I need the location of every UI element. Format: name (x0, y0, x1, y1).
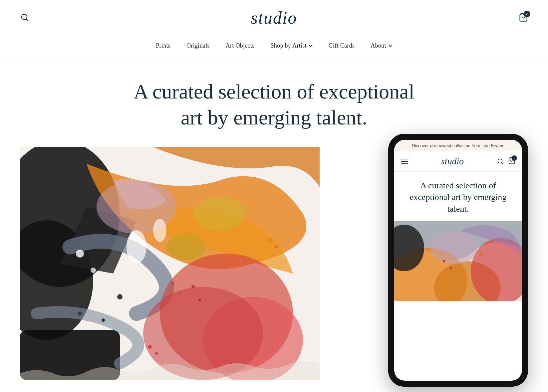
hero-art-image (20, 147, 320, 380)
svg-point-18 (191, 285, 195, 289)
svg-point-28 (78, 311, 82, 315)
svg-line-1 (26, 19, 28, 21)
phone-logo[interactable]: studio (441, 156, 464, 167)
phone-frame: Discover our newest collection from Leia… (388, 134, 528, 387)
nav-item-art-objects[interactable]: Art Objects (226, 42, 255, 49)
svg-point-39 (443, 260, 445, 263)
nav-item-shop-by-artist[interactable]: Shop by Artist (271, 42, 313, 49)
svg-point-26 (275, 246, 278, 248)
hero-images: Discover our newest collection from Leia… (20, 147, 528, 380)
phone-search-icon[interactable] (497, 158, 504, 165)
svg-point-13 (193, 197, 246, 230)
svg-point-23 (155, 352, 158, 355)
phone-screen: Discover our newest collection from Leia… (394, 140, 522, 381)
svg-point-40 (450, 267, 452, 269)
svg-point-19 (179, 293, 181, 294)
svg-point-14 (127, 230, 146, 264)
svg-point-29 (102, 318, 105, 322)
svg-point-17 (91, 268, 96, 273)
svg-point-16 (76, 250, 84, 258)
nav-item-gift-cards[interactable]: Gift Cards (329, 42, 355, 49)
site-logo[interactable]: studio (251, 8, 297, 28)
svg-line-31 (502, 163, 503, 164)
svg-point-30 (498, 159, 502, 163)
nav-item-about[interactable]: About (371, 42, 392, 49)
phone-cart-badge: 2 (512, 155, 517, 161)
phone-hamburger-button[interactable] (401, 159, 408, 164)
svg-point-37 (431, 231, 477, 265)
phone-announce-bar: Discover our newest collection from Leia… (394, 140, 522, 151)
phone-art-image (394, 221, 522, 301)
phone-headline: A curated selection of exceptional art b… (394, 172, 522, 221)
cart-button[interactable]: 2 (519, 13, 528, 23)
search-icon (20, 13, 29, 22)
svg-point-25 (258, 232, 261, 235)
svg-point-0 (22, 14, 27, 19)
nav-item-originals[interactable]: Originals (186, 42, 210, 49)
svg-point-21 (172, 283, 174, 285)
svg-point-22 (148, 345, 152, 349)
hero-headline: A curated selection of exceptional art b… (124, 79, 424, 130)
phone-icons: 2 (497, 157, 515, 166)
chevron-down-icon (309, 44, 313, 48)
search-button[interactable] (20, 13, 29, 23)
svg-point-24 (267, 238, 272, 243)
nav-item-prints[interactable]: Prints (156, 42, 170, 49)
svg-point-20 (198, 299, 201, 301)
cart-badge: 2 (523, 11, 530, 17)
phone-header: studio (394, 151, 522, 172)
svg-point-27 (117, 294, 123, 299)
main-nav: Prints Originals Art Objects Shop by Art… (0, 36, 548, 59)
svg-point-41 (479, 253, 482, 256)
svg-point-12 (166, 234, 206, 260)
chevron-down-icon-about (388, 44, 392, 48)
phone-mockup: Discover our newest collection from Leia… (388, 134, 528, 387)
svg-point-15 (153, 219, 166, 242)
phone-cart-button[interactable]: 2 (508, 157, 515, 166)
hero-section: A curated selection of exceptional art b… (0, 59, 548, 380)
site-header: studio 2 (0, 0, 548, 36)
